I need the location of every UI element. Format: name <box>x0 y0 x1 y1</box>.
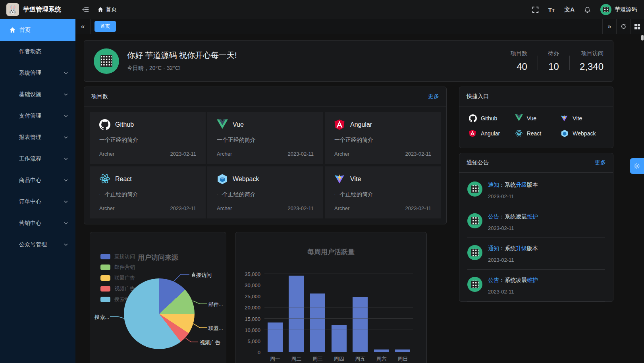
notice-avatar <box>467 213 482 228</box>
notices-more-link[interactable]: 更多 <box>595 159 606 166</box>
app-logo[interactable]: 🐰 芋道管理系统 <box>0 0 75 19</box>
notices-title: 通知公告 <box>467 159 489 166</box>
project-date: 2023-02-11 <box>287 151 314 157</box>
pie-label: 直接访问 <box>191 272 212 279</box>
notice-item[interactable]: 通知：系统升级版本 2023-02-11 <box>467 174 605 206</box>
x-tick-label: 周六 <box>371 355 392 363</box>
projects-more-link[interactable]: 更多 <box>428 93 439 100</box>
tabs-scroll-left-button[interactable]: « <box>75 19 91 34</box>
sidebar-item-home[interactable]: 首页 <box>0 19 75 41</box>
y-tick-label: 15,000 <box>245 316 260 322</box>
notice-avatar <box>467 182 482 197</box>
pie-chart-title: 用户访问来源 <box>138 253 178 262</box>
pie-label: 联盟... <box>208 325 223 332</box>
project-card-react[interactable]: React 一个正经的简介 Archer2023-02-11 <box>90 166 206 218</box>
sidebar-item-products[interactable]: 商品中心 <box>0 170 75 191</box>
grid-line <box>264 307 413 307</box>
sidebar-item-orders[interactable]: 订单中心 <box>0 191 75 212</box>
vite-icon <box>334 174 345 185</box>
notice-avatar <box>467 277 482 292</box>
shortcuts-panel: 快捷入口 Github Vue Vite Angular React Webpa… <box>459 87 613 148</box>
sidebar-item-reports[interactable]: 报表管理 <box>0 127 75 148</box>
breadcrumb-label: 首页 <box>106 6 117 13</box>
y-tick-label: 5,000 <box>247 338 260 344</box>
grid-line <box>264 352 413 352</box>
project-date: 2023-02-11 <box>287 205 314 211</box>
refresh-icon[interactable] <box>616 19 630 34</box>
user-avatar <box>600 4 611 15</box>
project-card-vue[interactable]: Vue 一个正经的简介 Archer2023-02-11 <box>207 112 323 164</box>
project-card-angular[interactable]: Angular 一个正经的简介 Archer2023-02-11 <box>325 112 441 164</box>
app-title: 芋道管理系统 <box>23 6 61 14</box>
notice-date: 2023-02-11 <box>488 289 538 295</box>
shortcut-react[interactable]: React <box>515 129 558 137</box>
sidebar-item-system[interactable]: 系统管理 <box>0 62 75 84</box>
breadcrumb[interactable]: 首页 <box>98 6 117 13</box>
grid-line <box>264 341 413 341</box>
project-date: 2023-02-11 <box>170 151 196 157</box>
sidebar-item-wechat[interactable]: 公众号管理 <box>0 234 75 255</box>
notices-panel: 通知公告 更多 通知：系统升级版本 2023-02-11 公告： <box>459 153 613 302</box>
notice-item[interactable]: 公告：系统凌晨维护 2023-02-11 <box>467 206 605 238</box>
github-icon <box>469 114 477 122</box>
stat-todo: 待办 10 <box>538 50 569 72</box>
chevron-down-icon <box>64 135 68 140</box>
fullscreen-icon[interactable] <box>532 6 539 13</box>
notice-item[interactable]: 通知：系统升级版本 2023-02-11 <box>467 238 605 270</box>
font-size-icon[interactable]: Tᴛ <box>548 6 555 13</box>
pie-label: 邮件... <box>208 301 223 308</box>
legend-item[interactable]: 邮件营销 <box>100 264 135 271</box>
sidebar-item-payment[interactable]: 支付管理 <box>0 105 75 127</box>
tab-home[interactable]: 首页 <box>94 21 116 32</box>
tabs-scroll-right-button[interactable]: » <box>602 19 616 34</box>
legend-item[interactable]: 直接访问 <box>100 253 135 260</box>
project-author: Archer <box>99 205 114 211</box>
theme-settings-button[interactable] <box>630 158 644 174</box>
x-tick-label: 周日 <box>392 355 413 363</box>
project-card-github[interactable]: Github 一个正经的简介 Archer2023-02-11 <box>90 112 206 164</box>
sidebar-item-workflow[interactable]: 工作流程 <box>0 148 75 170</box>
stat-visits: 项目访问 2,340 <box>569 50 604 72</box>
legend-item[interactable]: 联盟广告 <box>100 274 135 282</box>
shortcut-webpack[interactable]: Webpack <box>561 129 604 137</box>
y-tick-label: 20,000 <box>245 305 260 311</box>
pie-chart-card: 用户访问来源 直接访问 邮件营销 联盟广告 视频广告 搜索引擎 <box>90 232 226 363</box>
pie-label: 视频广告 <box>200 339 220 346</box>
chevron-down-icon <box>64 92 68 97</box>
grid-menu-icon[interactable] <box>630 19 644 34</box>
notice-date: 2023-02-11 <box>488 257 538 263</box>
x-tick-label: 周三 <box>307 355 328 363</box>
react-icon <box>99 174 110 185</box>
project-author: Archer <box>217 151 232 157</box>
menu-fold-icon[interactable] <box>80 4 91 15</box>
sidebar-item-author-news[interactable]: 作者动态 <box>0 41 75 62</box>
notification-bell-icon[interactable] <box>584 6 591 13</box>
chevron-down-icon <box>64 71 68 75</box>
grid-line <box>264 274 413 274</box>
angular-icon <box>469 129 477 137</box>
projects-panel: 项目数 更多 Github 一个正经的简介 Archer2023-02-11 <box>84 87 447 224</box>
notice-item[interactable]: 公告：系统凌晨维护 2023-02-11 <box>467 270 605 301</box>
vue-icon <box>217 119 228 130</box>
shortcut-angular[interactable]: Angular <box>469 129 512 137</box>
project-card-vite[interactable]: Vite 一个正经的简介 Archer2023-02-11 <box>325 166 441 218</box>
user-menu[interactable]: 芋道源码 <box>600 4 637 15</box>
x-tick-label: 周五 <box>349 355 371 363</box>
stat-projects: 项目数 40 <box>500 50 538 72</box>
legend-item[interactable]: 视频广告 <box>100 285 135 292</box>
vue-icon <box>515 114 523 122</box>
welcome-card: 你好 芋道源码 祝你开心每一天! 今日晴，20°C - 32°C! 项目数 40… <box>84 40 613 82</box>
project-card-webpack[interactable]: Webpack 一个正经的简介 Archer2023-02-11 <box>207 166 323 218</box>
grid-line <box>264 285 413 285</box>
translate-icon[interactable]: 文A <box>564 6 575 14</box>
shortcut-vue[interactable]: Vue <box>515 114 558 122</box>
bar <box>268 322 283 352</box>
sidebar-item-marketing[interactable]: 营销中心 <box>0 212 75 234</box>
chevron-down-icon <box>64 178 68 183</box>
greeting-text: 你好 芋道源码 祝你开心每一天! <box>127 50 237 61</box>
sidebar-item-infrastructure[interactable]: 基础设施 <box>0 84 75 105</box>
y-tick-label: 25,000 <box>245 293 260 299</box>
shortcut-vite[interactable]: Vite <box>561 114 604 122</box>
shortcut-github[interactable]: Github <box>469 114 512 122</box>
gear-icon <box>633 162 640 170</box>
